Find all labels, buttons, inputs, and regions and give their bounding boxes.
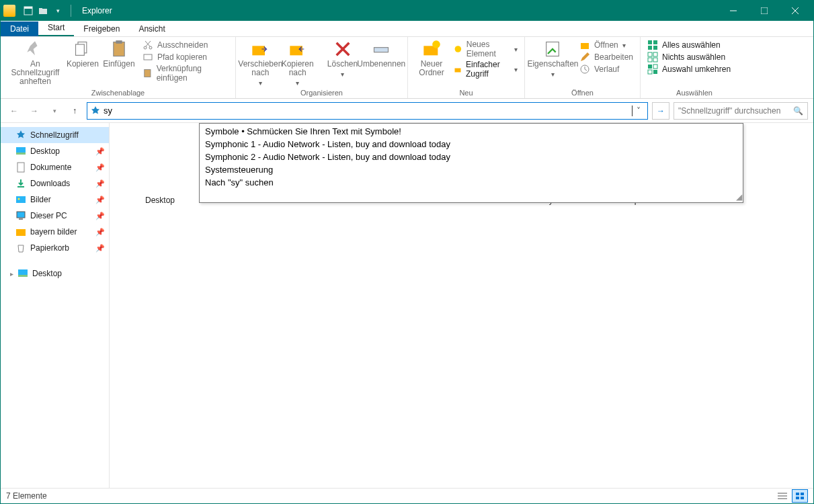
svg-rect-11: [116, 40, 122, 44]
ribbon: An Schnellzugriff anheften Kopieren Einf…: [1, 37, 813, 99]
nav-bayern[interactable]: bayern bilder📌: [1, 224, 109, 240]
search-box[interactable]: "Schnellzugriff" durchsuchen 🔍: [674, 102, 808, 120]
pin-icon: 📌: [95, 179, 105, 188]
content-pane[interactable]: Symbole • Schmücken Sie Ihren Text mit S…: [110, 123, 813, 488]
move-to-button[interactable]: Verschieben nach▾: [243, 40, 278, 87]
svg-rect-30: [648, 40, 652, 44]
new-folder-button[interactable]: Neuer Ordner: [415, 40, 448, 77]
svg-rect-35: [653, 52, 657, 56]
copy-button[interactable]: Kopieren: [66, 40, 99, 69]
address-dropdown-button[interactable]: ˅: [633, 106, 645, 116]
qat-properties-icon[interactable]: [22, 5, 34, 17]
svg-rect-16: [144, 54, 152, 60]
ribbon-group-new: Neu: [408, 89, 524, 97]
pin-icon: 📌: [95, 212, 105, 220]
nav-desktop[interactable]: Desktop📌: [1, 143, 109, 159]
svg-rect-51: [18, 275, 28, 277]
tab-share[interactable]: Freigeben: [74, 22, 129, 36]
address-bar[interactable]: ˅: [87, 102, 648, 120]
suggestion-item[interactable]: Symphonic 2 - Audio Network - Listen, bu…: [200, 151, 743, 163]
suggestion-search[interactable]: Nach "sy" suchen: [200, 176, 743, 189]
suggestion-item[interactable]: Systemsteuerung: [200, 163, 743, 176]
qat-newfolder-icon[interactable]: [37, 5, 49, 17]
svg-rect-43: [16, 153, 26, 155]
ribbon-tabs: Datei Start Freigeben Ansicht ˄ ?: [1, 21, 813, 37]
select-all-button[interactable]: Alles auswählen: [647, 40, 741, 50]
suggestion-item[interactable]: Symbole • Schmücken Sie Ihren Text mit S…: [200, 125, 743, 138]
svg-point-12: [144, 46, 147, 49]
svg-rect-33: [653, 46, 657, 50]
open-button[interactable]: Öffnen ▾: [579, 40, 633, 50]
svg-line-15: [145, 41, 150, 46]
svg-rect-45: [16, 196, 26, 203]
pin-icon: 📌: [95, 196, 105, 204]
easy-access-button[interactable]: Einfacher Zugriff ▾: [454, 60, 518, 79]
address-suggestions: Symbole • Schmücken Sie Ihren Text mit S…: [199, 123, 743, 203]
maximize-button[interactable]: [749, 1, 780, 21]
forward-button[interactable]: →: [26, 103, 42, 119]
resize-grip-icon[interactable]: ◢: [736, 192, 742, 202]
ribbon-group-open: Öffnen: [525, 89, 640, 97]
svg-rect-39: [653, 65, 657, 69]
copy-to-button[interactable]: Kopieren nach▾: [281, 40, 315, 87]
new-item-button[interactable]: Neues Element ▾: [454, 40, 518, 58]
svg-rect-17: [145, 69, 151, 77]
close-button[interactable]: [780, 1, 811, 21]
status-bar: 7 Elemente: [1, 488, 813, 503]
svg-rect-5: [761, 7, 768, 14]
back-button[interactable]: ←: [6, 103, 22, 119]
nav-thispc[interactable]: Dieser PC📌: [1, 208, 109, 224]
svg-rect-47: [17, 212, 25, 218]
delete-button[interactable]: Löschen▾: [326, 40, 360, 79]
qat-dropdown-icon[interactable]: ▾: [52, 5, 64, 17]
search-icon: 🔍: [793, 106, 803, 116]
svg-rect-40: [648, 70, 652, 74]
up-button[interactable]: ↑: [67, 103, 83, 119]
svg-rect-44: [17, 163, 24, 172]
svg-rect-32: [648, 46, 652, 50]
svg-rect-34: [648, 52, 652, 56]
select-none-button[interactable]: Nichts auswählen: [647, 52, 741, 62]
nav-documents[interactable]: Dokumente📌: [1, 159, 109, 175]
svg-rect-1: [24, 7, 32, 9]
svg-rect-2: [39, 9, 47, 14]
copy-path-button[interactable]: Pfad kopieren: [143, 52, 229, 62]
paste-shortcut-button[interactable]: Verknüpfung einfügen: [143, 64, 229, 83]
svg-rect-26: [455, 68, 461, 72]
nav-desktop-tree[interactable]: ▸Desktop: [1, 265, 109, 282]
paste-button[interactable]: Einfügen: [102, 40, 136, 69]
svg-rect-37: [653, 58, 657, 62]
rename-button[interactable]: Umbenennen: [362, 40, 401, 69]
nav-quickaccess[interactable]: Schnellzugriff: [1, 127, 109, 143]
nav-pictures[interactable]: Bilder📌: [1, 192, 109, 208]
history-button[interactable]: Verlauf: [579, 64, 633, 75]
properties-button[interactable]: Eigenschaften▾: [532, 40, 574, 79]
pin-quickaccess-button[interactable]: An Schnellzugriff anheften: [7, 40, 63, 86]
item-desktop[interactable]: Desktop: [130, 196, 190, 205]
address-input[interactable]: [104, 103, 633, 118]
edit-button[interactable]: Bearbeiten: [579, 52, 633, 62]
pin-icon: 📌: [95, 163, 105, 172]
nav-downloads[interactable]: Downloads📌: [1, 175, 109, 192]
suggestion-item[interactable]: Symphonic 1 - Audio Network - Listen, bu…: [200, 138, 743, 151]
nav-recycle[interactable]: Papierkorb📌: [1, 240, 109, 256]
tab-view[interactable]: Ansicht: [129, 22, 174, 36]
invert-selection-button[interactable]: Auswahl umkehren: [647, 64, 741, 75]
ribbon-group-organize: Organisieren: [236, 89, 407, 97]
svg-rect-31: [653, 40, 657, 44]
view-details-button[interactable]: [774, 489, 790, 503]
svg-point-24: [432, 40, 440, 48]
svg-rect-18: [253, 46, 266, 55]
tab-start[interactable]: Start: [38, 20, 74, 36]
cut-button[interactable]: Ausschneiden: [143, 40, 229, 50]
go-button[interactable]: →: [652, 102, 669, 120]
svg-rect-3: [39, 8, 42, 9]
minimize-button[interactable]: [718, 1, 749, 21]
recent-locations-button[interactable]: ▾: [46, 103, 63, 119]
status-count: 7 Elemente: [6, 491, 47, 501]
pin-icon: 📌: [95, 228, 105, 237]
address-row: ← → ▾ ↑ ˅ → "Schnellzugriff" durchsuchen…: [1, 99, 813, 123]
tab-file[interactable]: Datei: [1, 22, 38, 36]
view-icons-button[interactable]: [792, 489, 808, 503]
pin-icon: 📌: [95, 244, 105, 253]
